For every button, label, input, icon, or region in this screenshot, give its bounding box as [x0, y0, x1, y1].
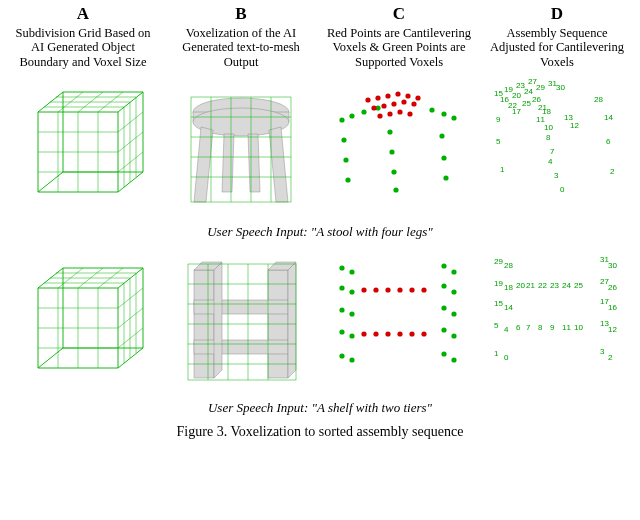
svg-text:6: 6: [606, 137, 611, 146]
svg-point-22: [375, 95, 380, 100]
svg-point-13: [439, 133, 444, 138]
svg-point-99: [361, 331, 366, 336]
svg-point-101: [385, 331, 390, 336]
svg-text:23: 23: [550, 281, 559, 290]
svg-text:16: 16: [608, 303, 617, 312]
svg-text:7: 7: [526, 323, 531, 332]
svg-point-16: [441, 155, 446, 160]
svg-text:28: 28: [594, 95, 603, 104]
col-d-desc: Assembly Sequence Adjusted for Cantileve…: [482, 26, 632, 72]
panel-shelf-a: [8, 248, 158, 398]
svg-text:25: 25: [522, 99, 531, 108]
svg-point-90: [349, 357, 354, 362]
voxelized-shelf-icon: [166, 248, 316, 398]
svg-point-78: [349, 289, 354, 294]
svg-point-35: [407, 111, 412, 116]
svg-point-100: [373, 331, 378, 336]
svg-point-77: [339, 285, 344, 290]
svg-text:9: 9: [550, 323, 555, 332]
speech-shelf: User Speech Input: "A shelf with two tie…: [8, 400, 632, 416]
svg-point-23: [385, 93, 390, 98]
panel-shelf-d: 2928313019182021222324252726151417165467…: [482, 248, 632, 398]
svg-text:26: 26: [608, 283, 617, 292]
svg-point-92: [451, 357, 456, 362]
svg-point-80: [451, 289, 456, 294]
svg-point-6: [361, 109, 366, 114]
svg-point-87: [441, 327, 446, 332]
svg-point-79: [441, 283, 446, 288]
svg-point-25: [405, 93, 410, 98]
svg-text:3: 3: [554, 171, 559, 180]
assembly-seq-shelf: 2928313019182021222324252726151417165467…: [482, 248, 632, 398]
svg-point-104: [421, 331, 426, 336]
col-a-label: A: [77, 4, 89, 24]
svg-point-89: [339, 353, 344, 358]
panel-shelf-c: [324, 248, 474, 398]
svg-point-33: [387, 111, 392, 116]
svg-text:7: 7: [550, 147, 555, 156]
col-b-label: B: [235, 4, 246, 24]
svg-text:5: 5: [494, 321, 499, 330]
svg-point-20: [393, 187, 398, 192]
svg-text:30: 30: [608, 261, 617, 270]
svg-point-14: [343, 157, 348, 162]
svg-point-29: [391, 101, 396, 106]
svg-text:2: 2: [608, 353, 613, 362]
speech-stool: User Speech Input: "A stool with four le…: [8, 224, 632, 240]
voxel-points-stool: [324, 72, 474, 222]
svg-point-10: [451, 115, 456, 120]
svg-text:15: 15: [494, 299, 503, 308]
svg-point-97: [409, 287, 414, 292]
svg-text:1: 1: [494, 349, 499, 358]
svg-text:3: 3: [600, 347, 605, 356]
svg-text:28: 28: [504, 261, 513, 270]
svg-point-94: [373, 287, 378, 292]
svg-point-85: [339, 329, 344, 334]
svg-point-15: [389, 149, 394, 154]
svg-point-93: [361, 287, 366, 292]
svg-text:29: 29: [536, 83, 545, 92]
svg-point-98: [421, 287, 426, 292]
svg-point-82: [349, 311, 354, 316]
column-headers: A Subdivision Grid Based on AI Generated…: [8, 4, 632, 72]
svg-text:12: 12: [608, 325, 617, 334]
assembly-seq-stool: 1519232731162024293022252628172118911131…: [482, 72, 632, 222]
svg-point-11: [341, 137, 346, 142]
svg-text:4: 4: [548, 157, 553, 166]
svg-point-91: [441, 351, 446, 356]
svg-text:17: 17: [512, 107, 521, 116]
svg-point-27: [371, 105, 376, 110]
svg-text:11: 11: [562, 323, 571, 332]
svg-text:22: 22: [538, 281, 547, 290]
svg-point-96: [397, 287, 402, 292]
figure-3: A Subdivision Grid Based on AI Generated…: [0, 0, 640, 440]
svg-point-76: [451, 269, 456, 274]
subdivision-grid-icon: [8, 72, 158, 222]
svg-point-9: [441, 111, 446, 116]
svg-point-8: [429, 107, 434, 112]
svg-point-32: [377, 113, 382, 118]
svg-text:14: 14: [604, 113, 613, 122]
svg-text:10: 10: [574, 323, 583, 332]
voxel-points-shelf: [324, 248, 474, 398]
svg-point-74: [349, 269, 354, 274]
svg-point-81: [339, 307, 344, 312]
svg-point-95: [385, 287, 390, 292]
svg-text:24: 24: [562, 281, 571, 290]
svg-point-4: [339, 117, 344, 122]
svg-point-12: [387, 129, 392, 134]
panel-stool-a: [8, 72, 158, 222]
svg-text:8: 8: [538, 323, 543, 332]
svg-point-5: [349, 113, 354, 118]
svg-text:25: 25: [574, 281, 583, 290]
svg-point-24: [395, 91, 400, 96]
svg-point-21: [365, 97, 370, 102]
svg-point-103: [409, 331, 414, 336]
svg-text:20: 20: [516, 281, 525, 290]
row-stool: 1519232731162024293022252628172118911131…: [8, 72, 632, 222]
svg-point-18: [391, 169, 396, 174]
svg-text:1: 1: [500, 165, 505, 174]
panel-stool-d: 1519232731162024293022252628172118911131…: [482, 72, 632, 222]
svg-text:10: 10: [544, 123, 553, 132]
svg-point-83: [441, 305, 446, 310]
